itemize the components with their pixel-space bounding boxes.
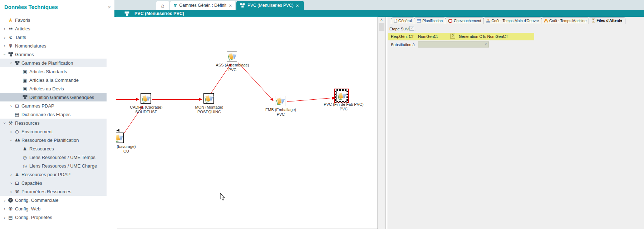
clock-icon: ◷: [21, 163, 28, 169]
sidebar-item-label: Liens Ressources / UME Charge: [29, 163, 97, 169]
properties-tab-chevauchement[interactable]: Chevauchement: [445, 18, 484, 24]
sidebar-item-liens-ressources-ume-temps[interactable]: ›◷Liens Ressources / UME Temps: [0, 153, 107, 161]
routing-diagram-canvas[interactable]: (bavurage)CUCADRE (Cadrage)SOUDEUSEMON (…: [116, 17, 378, 229]
sidebar-item-label: Nomenclatures: [15, 43, 46, 49]
substitution-dropdown[interactable]: ∨: [418, 41, 489, 48]
sidebar-item-label: Liens Ressources / UME Temps: [29, 155, 95, 160]
chevron-right-icon[interactable]: ›: [9, 172, 14, 177]
properties-tab-co-t-temps-machine[interactable]: Coût : Temps Machine: [541, 18, 590, 24]
close-icon[interactable]: ×: [296, 3, 299, 8]
operation-node-ebav[interactable]: [116, 133, 124, 143]
sidebar-item-config-web[interactable]: ›⊕Config. Web: [0, 204, 107, 213]
generation-cts-label: Generation CTs NomGenCT: [459, 34, 508, 39]
diagram-vertical-scrollbar[interactable]: ∧: [378, 17, 385, 229]
properties-tab-planification[interactable]: Planification: [414, 18, 446, 24]
operation-node-ass[interactable]: [227, 51, 237, 61]
chevron-down-icon[interactable]: ›: [3, 120, 7, 125]
flow-arrow-line: [152, 99, 200, 99]
sidebar-tree: ›★Favoris›◉◉Articles›€Tarifs›⋔Nomenclatu…: [0, 16, 107, 221]
sidebar-item-label: Config. Web: [15, 206, 40, 211]
properties-tab-files-d-attente[interactable]: Files d'Attente: [589, 17, 625, 24]
wrench-icon: ⚒: [7, 120, 14, 126]
chevron-right-icon[interactable]: ›: [2, 44, 7, 48]
chevron-right-icon[interactable]: ›: [9, 104, 14, 108]
document-title: PVC (Menuiseries PVC): [134, 11, 184, 16]
star-icon: ★: [7, 17, 14, 24]
sidebar-item-label: Ressources: [29, 146, 54, 151]
sidebar-item-ressources[interactable]: ›♟Ressources: [0, 144, 107, 153]
chevron-right-icon[interactable]: ›: [2, 198, 7, 203]
chevron-right-icon[interactable]: ›: [2, 26, 7, 31]
sidebar-item-environnement[interactable]: ›◷Environnement: [0, 127, 107, 136]
sidebar-item-favoris[interactable]: ›★Favoris: [0, 16, 107, 24]
sidebar-item-config-commerciale[interactable]: ›?Config. Commerciale: [0, 196, 107, 204]
app-window: Données Techniques × ›★Favoris›◉◉Article…: [0, 0, 644, 229]
tab-label: Planification: [422, 19, 443, 23]
documents-icon: [338, 93, 346, 100]
sidebar-item-label: Articles au Devis: [29, 86, 64, 91]
sidebar-item-label: Gammes: [15, 52, 34, 57]
tab-pvc-menuiseries[interactable]: PVC (Menuiseries PVC)×: [236, 1, 304, 10]
sidebar-item-tarifs[interactable]: ›€Tarifs: [0, 33, 107, 41]
scrollbar-thumb[interactable]: [379, 23, 384, 31]
sidebar-item-articles-standards[interactable]: ›▣Articles Standards: [0, 67, 107, 76]
node-label: ASS (Assemblage)PVC: [204, 63, 261, 72]
open-tabs: ⌂Gammes Génér. : Définition des Gamme...…: [156, 1, 305, 10]
sidebar-item-label: Config. Commerciale: [15, 198, 58, 203]
flow-arrow-line: [287, 98, 333, 102]
sidebar-item-param-tres-ressources[interactable]: ›⚒Paramètres Ressources: [0, 187, 107, 196]
sidebar-item-articles-la-commande[interactable]: ›▣Articles à la Commande: [0, 76, 107, 84]
chevron-right-icon[interactable]: ›: [9, 129, 14, 134]
sidebar-item-d-finition-gammes-g-n-riques[interactable]: ›Définition Gammes Génériques: [0, 93, 107, 101]
sidebar-item-config-propri-t-s[interactable]: ›▤Config. Propriétés: [0, 213, 107, 221]
chevron-down-icon[interactable]: ›: [9, 60, 14, 65]
node-label: CADRE (Cadrage)SOUDEUSE: [118, 105, 175, 114]
operation-node-cadre[interactable]: [141, 93, 151, 104]
cube-icon: ▣: [21, 69, 28, 74]
sidebar-item-liens-ressources-ume-charge[interactable]: ›◷Liens Ressources / UME Charge: [0, 161, 107, 170]
sidebar-item-label: Gammes PDAP: [21, 103, 54, 109]
req-gen-ct-value[interactable]: NomGenCt: [418, 34, 438, 39]
operation-node-pvc_fin[interactable]: [334, 89, 349, 103]
operation-node-emb[interactable]: [275, 96, 285, 106]
chevron-down-icon[interactable]: ›: [3, 52, 7, 57]
clock-icon: ◷: [14, 129, 20, 134]
flow-arrowhead: [136, 98, 139, 101]
sidebar-item-ressources-de-planification[interactable]: ›♟♟Ressources de Planification: [0, 136, 107, 144]
sidebar-item-articles-au-devis[interactable]: ›▣Articles au Devis: [0, 84, 107, 93]
etape-suivie-checkbox[interactable]: ✓: [409, 26, 414, 31]
people-icon: ♟♟: [14, 138, 20, 143]
sidebar-item-ressources-pour-pdap[interactable]: ›♟Ressources pour PDAP: [0, 170, 107, 179]
sidebar-item-gammes-pdap[interactable]: ›⊟Gammes PDAP: [0, 101, 107, 110]
tab-label: Chevauchement: [454, 19, 481, 23]
generation-cts-checkbox[interactable]: ?: [450, 34, 455, 39]
sidebar-item-label: Paramètres Ressources: [21, 189, 71, 194]
chevron-right-icon[interactable]: ›: [2, 215, 7, 220]
sidebar-item-capacit-s[interactable]: ›⊡Capacités: [0, 179, 107, 187]
globe-icon: ⊕: [7, 205, 14, 212]
chevron-down-icon[interactable]: ›: [9, 138, 14, 143]
sidebar-title: Données Techniques: [4, 4, 58, 10]
close-icon[interactable]: ×: [229, 3, 232, 8]
sidebar-item-gammes-de-planification[interactable]: ›Gammes de Planification: [0, 59, 107, 67]
sidebar-item-gammes[interactable]: ›Gammes: [0, 50, 107, 59]
sidebar-close-icon[interactable]: ×: [107, 4, 112, 10]
chevron-right-icon[interactable]: ›: [2, 35, 7, 40]
chevron-right-icon[interactable]: ›: [9, 181, 14, 185]
tab-label: PVC (Menuiseries PVC): [247, 3, 294, 8]
cube-icon: ▣: [21, 86, 28, 91]
chevron-right-icon[interactable]: ›: [9, 189, 14, 194]
properties-panel: GénéralPlanificationChevauchementCoût : …: [387, 17, 644, 229]
tab-gammes-generiques[interactable]: Gammes Génér. : Définition des Gamme...×: [170, 1, 235, 10]
sidebar-item-label: Gammes de Planification: [21, 60, 73, 66]
sidebar-item-nomenclatures[interactable]: ›⋔Nomenclatures: [0, 41, 107, 50]
chevron-right-icon[interactable]: ›: [2, 206, 7, 211]
tab-home[interactable]: ⌂: [156, 1, 169, 10]
sidebar-item-dictionnaire-des-etapes[interactable]: ›▤Dictionnaire des Etapes: [0, 110, 107, 119]
operation-node-mon[interactable]: [203, 93, 214, 104]
properties-tab-co-t-temps-main-d-oeuvre[interactable]: Coût : Temps Main d'Oeuvre: [483, 18, 542, 24]
properties-tab-g-n-ral[interactable]: Général: [391, 18, 415, 24]
scroll-up-icon[interactable]: ∧: [378, 18, 385, 21]
sidebar-item-articles[interactable]: ›◉◉Articles: [0, 24, 107, 33]
sidebar-item-ressources[interactable]: ›⚒Ressources: [0, 119, 107, 127]
